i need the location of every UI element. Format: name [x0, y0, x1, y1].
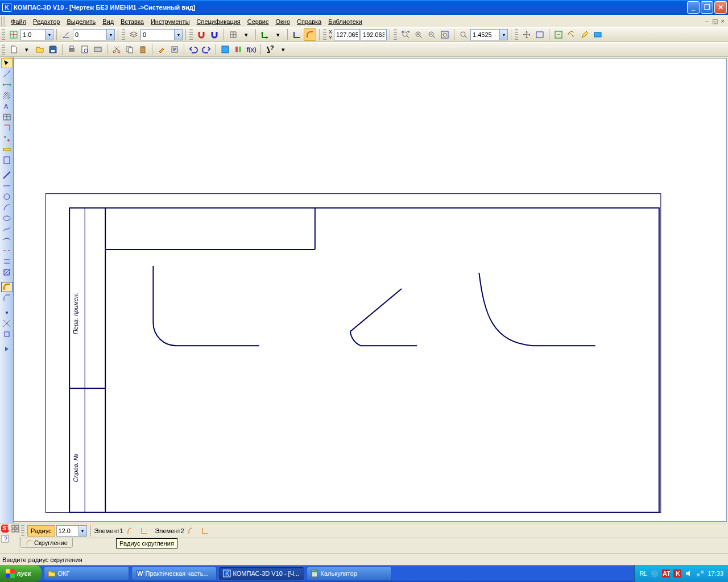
- print-icon[interactable]: [65, 43, 78, 56]
- menu-view[interactable]: Вид: [99, 17, 117, 26]
- menu-libs[interactable]: Библиотеки: [325, 17, 366, 26]
- menu-help[interactable]: Справка: [293, 17, 325, 26]
- properties-icon[interactable]: [168, 43, 181, 56]
- dimensions-tool-icon[interactable]: [1, 80, 13, 90]
- variables-icon[interactable]: f(x): [245, 43, 258, 56]
- cut-icon[interactable]: [110, 43, 123, 56]
- panel-grid-icon[interactable]: [11, 524, 20, 533]
- task-word[interactable]: W Практическая часть...: [131, 567, 217, 580]
- drawing-canvas[interactable]: Перв. примен. Справ. №: [14, 58, 727, 522]
- layer-combo[interactable]: ▾: [140, 29, 183, 40]
- redo-icon[interactable]: [200, 43, 213, 56]
- new-file-icon[interactable]: [7, 43, 20, 56]
- radius-combo[interactable]: ▾: [56, 525, 87, 537]
- chamfer-tool-icon[interactable]: [1, 293, 13, 303]
- magnet-on-icon[interactable]: [195, 28, 208, 41]
- menu-edit[interactable]: Редактор: [30, 17, 63, 26]
- save-icon[interactable]: [47, 43, 59, 56]
- chevron-down-icon[interactable]: ▾: [107, 29, 115, 40]
- plot-icon[interactable]: [92, 43, 104, 56]
- table-tool-icon[interactable]: [1, 112, 13, 122]
- toolbar-dropdown[interactable]: ▾: [277, 43, 289, 56]
- redraw-icon[interactable]: [552, 28, 565, 41]
- menu-tools[interactable]: Инструменты: [147, 17, 193, 26]
- offset-tool-icon[interactable]: [1, 256, 13, 267]
- angle-icon[interactable]: [60, 28, 72, 41]
- mdi-minimize-button[interactable]: –: [705, 18, 708, 25]
- step-input[interactable]: [20, 29, 46, 40]
- local-cs-icon[interactable]: [259, 28, 271, 41]
- hatch-tool-icon[interactable]: [1, 267, 13, 277]
- tray-clock[interactable]: 17:33: [708, 570, 723, 577]
- zoom-fit-icon[interactable]: [399, 28, 412, 41]
- ellipse-tool-icon[interactable]: [1, 213, 13, 223]
- zoom-out-icon[interactable]: [425, 28, 438, 41]
- fillet-tool-icon[interactable]: [1, 282, 13, 292]
- angle-combo[interactable]: ▾: [73, 29, 115, 40]
- hatching-tool-icon[interactable]: [1, 90, 13, 101]
- brush-icon[interactable]: [155, 43, 168, 56]
- menu-service[interactable]: Сервис: [244, 17, 272, 26]
- pencil-icon[interactable]: [578, 28, 591, 41]
- paste-icon[interactable]: [136, 43, 149, 56]
- break-tool-icon[interactable]: [1, 246, 13, 256]
- zoom-scale-icon[interactable]: [457, 28, 470, 41]
- zoom-input[interactable]: [470, 29, 500, 40]
- chevron-down-icon[interactable]: ▾: [175, 29, 183, 40]
- radius-label[interactable]: Радиус: [27, 525, 55, 537]
- open-file-icon[interactable]: [34, 43, 46, 56]
- radius-input[interactable]: [56, 525, 79, 537]
- line-tool-icon[interactable]: [1, 170, 13, 180]
- chevron-down-icon[interactable]: ▾: [46, 29, 53, 40]
- circle-tool-icon[interactable]: [1, 192, 13, 202]
- undo-icon[interactable]: [187, 43, 200, 56]
- misc-tool-2-icon[interactable]: [1, 318, 13, 329]
- coord-x-input[interactable]: [334, 29, 360, 40]
- help-icon[interactable]: ?: [264, 43, 276, 56]
- misc-tool-3-icon[interactable]: [1, 329, 13, 339]
- arc-tool-icon[interactable]: [1, 202, 13, 213]
- measure-tool-icon[interactable]: [1, 144, 13, 155]
- spec-tool-icon[interactable]: [1, 155, 13, 165]
- new-dropdown[interactable]: ▾: [20, 43, 33, 56]
- tray-k-icon[interactable]: K: [673, 569, 681, 577]
- text-tool-icon[interactable]: A: [1, 101, 13, 111]
- task-kompas[interactable]: K КОМПАС-3D V10 - [Ч...: [219, 567, 304, 580]
- layer-icon[interactable]: [127, 28, 140, 41]
- menu-spec[interactable]: Спецификация: [193, 17, 244, 26]
- round-corners-icon[interactable]: [304, 28, 316, 41]
- menu-select[interactable]: Выделить: [63, 17, 99, 26]
- edit-tool-icon[interactable]: [1, 123, 13, 133]
- tab-fillet[interactable]: Скругление: [20, 538, 73, 548]
- tray-lang[interactable]: RL: [639, 570, 647, 577]
- mdi-restore-button[interactable]: ◱: [712, 18, 718, 25]
- zoom-in-icon[interactable]: [412, 28, 425, 41]
- mdi-close-button[interactable]: ×: [721, 18, 725, 25]
- params-tool-icon[interactable]: [1, 134, 13, 144]
- refresh-icon[interactable]: [565, 28, 578, 41]
- pan-icon[interactable]: [520, 28, 533, 41]
- chevron-down-icon[interactable]: ▾: [500, 29, 508, 40]
- select-tool-icon[interactable]: [1, 58, 13, 68]
- snap-step-icon[interactable]: [7, 28, 20, 41]
- menu-window[interactable]: Окно: [272, 17, 293, 26]
- print-preview-icon[interactable]: [78, 43, 91, 56]
- copy-icon[interactable]: [123, 43, 136, 56]
- manager-icon[interactable]: [219, 43, 231, 56]
- close-button[interactable]: ✕: [714, 1, 727, 14]
- layer-input[interactable]: [140, 29, 175, 40]
- elem1-keep-icon[interactable]: [138, 525, 151, 537]
- minimize-button[interactable]: _: [687, 1, 700, 14]
- angle-input[interactable]: [73, 29, 107, 40]
- chevron-down-icon[interactable]: ▾: [79, 525, 87, 537]
- misc-tool-1-icon[interactable]: [1, 307, 13, 318]
- elem2-trim-icon[interactable]: [185, 525, 198, 537]
- elem1-trim-icon[interactable]: [125, 525, 137, 537]
- elem2-keep-icon[interactable]: [199, 525, 212, 537]
- tray-network-icon[interactable]: [696, 569, 704, 577]
- ortho-icon[interactable]: [291, 28, 303, 41]
- expand-toolbox-icon[interactable]: [1, 344, 13, 354]
- view-all-icon[interactable]: [533, 28, 546, 41]
- menu-insert[interactable]: Вставка: [117, 17, 147, 26]
- zoom-combo[interactable]: ▾: [470, 29, 508, 40]
